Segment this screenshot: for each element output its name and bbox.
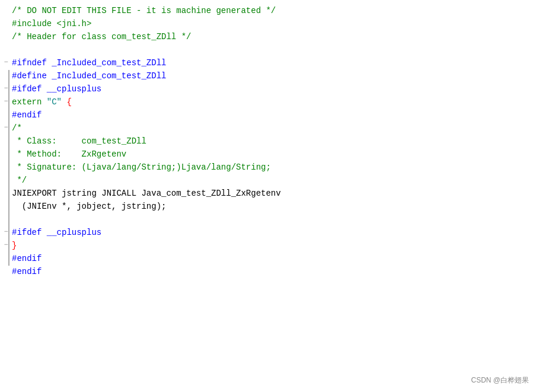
token: #endif <box>12 267 42 276</box>
fold-bar <box>8 161 9 174</box>
code-line <box>0 44 536 57</box>
code-line: JNIEXPORT jstring JNICALL Java_com_test_… <box>0 187 536 200</box>
token: #define _Included_com_test_ZDll <box>12 71 166 81</box>
token: #ifndef _Included_com_test_ZDll <box>12 58 166 68</box>
code-line: } <box>0 240 536 253</box>
token: */ <box>12 176 27 185</box>
line-content: * Class: com_test_ZDll <box>12 135 146 148</box>
code-line: * Class: com_test_ZDll <box>0 135 536 148</box>
code-line <box>0 213 536 227</box>
fold-bar <box>8 253 9 266</box>
token: #ifdef __cplusplus <box>12 84 101 94</box>
code-content: /* DO NOT EDIT THIS FILE - it is machine… <box>0 5 536 279</box>
code-line: #endif <box>0 253 536 266</box>
line-content: extern "C" { <box>12 96 72 109</box>
line-content: (JNIEnv *, jobject, jstring); <box>12 200 166 213</box>
code-line: #endif <box>0 266 536 279</box>
code-line: (JNIEnv *, jobject, jstring); <box>0 200 536 213</box>
line-content: #include <jni.h> <box>12 18 91 31</box>
line-content: /* <box>12 122 22 135</box>
token: } <box>12 241 17 250</box>
line-content: * Signature: (Ljava/lang/String;)Ljava/l… <box>12 161 271 174</box>
token: * Signature: (Ljava/lang/String;)Ljava/l… <box>12 162 271 172</box>
line-content: #define _Included_com_test_ZDll <box>12 70 166 83</box>
code-line: #define _Included_com_test_ZDll <box>0 70 536 83</box>
fold-button[interactable] <box>2 59 9 66</box>
fold-bar <box>8 83 9 96</box>
fold-bar <box>8 96 9 109</box>
token: "C" <box>47 97 62 107</box>
token: { <box>62 97 72 107</box>
token: JNIEXPORT jstring JNICALL Java_com_test_… <box>12 189 281 198</box>
code-line: #include <jni.h> <box>0 18 536 31</box>
token: #endif <box>12 254 42 263</box>
token: #ifdef __cplusplus <box>12 228 101 237</box>
fold-bar <box>8 174 9 187</box>
line-content: #endif <box>12 109 42 122</box>
token: /* Header for class com_test_ZDll */ <box>12 32 191 42</box>
token: (JNIEnv *, jobject, jstring); <box>12 202 166 211</box>
code-editor: /* DO NOT EDIT THIS FILE - it is machine… <box>0 0 536 392</box>
fold-bar <box>8 227 9 240</box>
line-content: } <box>12 240 17 253</box>
line-content: #endif <box>12 253 42 266</box>
line-content: #ifdef __cplusplus <box>12 83 101 96</box>
fold-bar <box>8 148 9 161</box>
code-line: #ifdef __cplusplus <box>0 83 536 96</box>
code-line: * Method: ZxRgetenv <box>0 148 536 161</box>
fold-bar <box>8 135 9 148</box>
fold-bar <box>8 70 9 83</box>
line-content: #ifdef __cplusplus <box>12 227 101 240</box>
code-line: #ifndef _Included_com_test_ZDll <box>0 57 536 70</box>
fold-bar <box>8 187 9 200</box>
fold-bar <box>8 109 9 122</box>
token: * Class: com_test_ZDll <box>12 136 146 146</box>
code-line: */ <box>0 174 536 187</box>
line-content: /* DO NOT EDIT THIS FILE - it is machine… <box>12 5 276 18</box>
fold-bar <box>8 213 9 227</box>
line-content: JNIEXPORT jstring JNICALL Java_com_test_… <box>12 187 281 200</box>
code-line: /* Header for class com_test_ZDll */ <box>0 31 536 44</box>
code-line: /* DO NOT EDIT THIS FILE - it is machine… <box>0 5 536 18</box>
token: extern <box>12 97 47 107</box>
watermark: CSDN @白桦翅果 <box>471 375 529 386</box>
token: #include <jni.h> <box>12 19 91 28</box>
code-line: * Signature: (Ljava/lang/String;)Ljava/l… <box>0 161 536 174</box>
token: #endif <box>12 110 42 120</box>
line-content: * Method: ZxRgetenv <box>12 148 126 161</box>
line-content: */ <box>12 174 27 187</box>
code-line: extern "C" { <box>0 96 536 109</box>
fold-bar <box>8 240 9 253</box>
line-content: /* Header for class com_test_ZDll */ <box>12 31 191 44</box>
token: * Method: ZxRgetenv <box>12 149 126 159</box>
fold-bar <box>8 122 9 135</box>
code-line: #ifdef __cplusplus <box>0 227 536 240</box>
token: /* <box>12 123 22 133</box>
token: /* DO NOT EDIT THIS FILE - it is machine… <box>12 6 276 15</box>
line-content: #ifndef _Included_com_test_ZDll <box>12 57 166 70</box>
fold-bar <box>8 200 9 213</box>
code-line: /* <box>0 122 536 135</box>
code-line: #endif <box>0 109 536 122</box>
line-content: #endif <box>12 266 42 279</box>
